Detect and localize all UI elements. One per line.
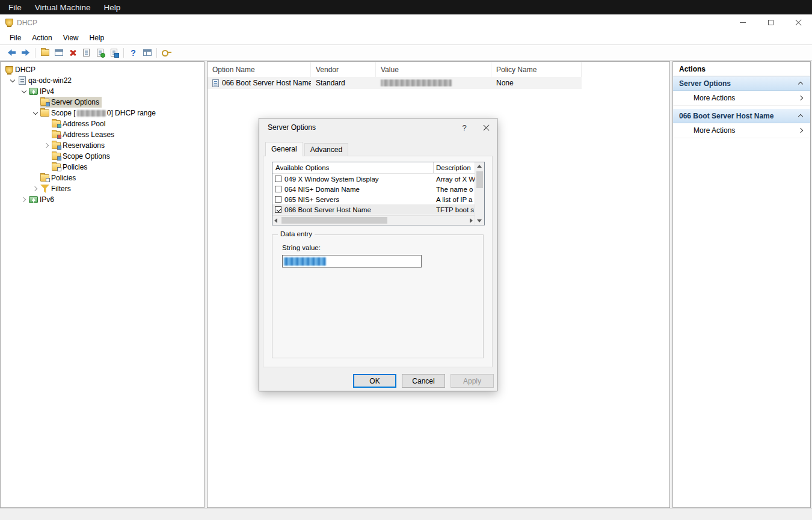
tree-item-ipv4[interactable]: IPv4 bbox=[1, 86, 204, 97]
vertical-scrollbar[interactable] bbox=[475, 162, 484, 225]
expander-spacer bbox=[42, 151, 52, 161]
refresh-icon[interactable] bbox=[93, 46, 107, 59]
checkbox-064[interactable] bbox=[275, 186, 281, 192]
checkbox-049[interactable] bbox=[275, 176, 281, 182]
close-icon bbox=[483, 124, 490, 131]
vm-menu-help[interactable]: Help bbox=[97, 0, 128, 14]
expander-spacer bbox=[31, 97, 40, 107]
show-hide-console-tree-icon[interactable] bbox=[140, 46, 154, 59]
tree-item-address-leases[interactable]: Address Leases bbox=[1, 129, 204, 140]
scope-folder-icon bbox=[40, 109, 49, 117]
delete-icon[interactable] bbox=[66, 46, 79, 59]
option-row-049[interactable]: 049 X Window System Display Array of X W bbox=[272, 174, 475, 184]
vertical-scroll-thumb[interactable] bbox=[476, 171, 483, 188]
tree-item-ipv4-policies[interactable]: Policies bbox=[1, 173, 204, 183]
expander-spacer bbox=[42, 162, 52, 172]
properties-icon[interactable] bbox=[79, 46, 93, 59]
tab-general[interactable]: General bbox=[265, 142, 303, 156]
string-value-input[interactable] bbox=[282, 255, 422, 268]
column-header-available-options[interactable]: Available Options bbox=[272, 162, 434, 173]
collapse-chevron-icon[interactable] bbox=[798, 82, 803, 87]
vm-menu-file[interactable]: File bbox=[0, 0, 28, 14]
expand-chevron-icon[interactable] bbox=[42, 141, 52, 150]
address-leases-icon bbox=[52, 131, 61, 138]
column-header-policy-name[interactable]: Policy Name bbox=[491, 62, 582, 77]
minimize-icon bbox=[740, 22, 746, 23]
expand-chevron-icon[interactable] bbox=[19, 195, 29, 204]
expander-spacer bbox=[42, 119, 52, 129]
expand-chevron-icon[interactable] bbox=[31, 108, 40, 118]
tree-item-scope[interactable]: Scope [0] DHCP range bbox=[1, 108, 204, 118]
forward-icon[interactable] bbox=[19, 46, 32, 59]
cancel-button[interactable]: Cancel bbox=[402, 374, 445, 388]
dhcp-console-icon bbox=[5, 66, 13, 74]
expand-chevron-icon[interactable] bbox=[31, 184, 40, 194]
actions-section-server-options[interactable]: Server Options bbox=[673, 76, 810, 91]
close-button[interactable] bbox=[784, 14, 812, 31]
menu-view[interactable]: View bbox=[58, 31, 84, 44]
back-icon[interactable] bbox=[5, 46, 19, 59]
tree-item-filters[interactable]: Filters bbox=[1, 183, 204, 194]
option-row-066[interactable]: 066 Boot Server Host Name TFTP boot s bbox=[272, 204, 475, 215]
horizontal-scrollbar[interactable] bbox=[272, 215, 475, 225]
dhcp-app-icon bbox=[5, 19, 13, 26]
list-header: Option Name Vendor Value Policy Name bbox=[208, 62, 669, 77]
minimize-button[interactable] bbox=[729, 14, 757, 31]
tree-item-server-options[interactable]: Server Options bbox=[1, 97, 204, 108]
tab-advanced[interactable]: Advanced bbox=[304, 143, 348, 156]
checkbox-065[interactable] bbox=[275, 196, 281, 203]
scope-options-icon bbox=[52, 153, 61, 160]
options-list-header: Available Options Description bbox=[272, 162, 475, 174]
checkbox-066[interactable] bbox=[275, 206, 281, 213]
expand-chevron-icon[interactable] bbox=[19, 87, 29, 96]
dhcp-tools-icon[interactable] bbox=[159, 46, 173, 59]
toolbar bbox=[0, 44, 812, 61]
console-window-icon[interactable] bbox=[52, 46, 66, 59]
dialog-close-button[interactable] bbox=[475, 118, 497, 136]
screen: File Virtual Machine Help DHCP File Acti… bbox=[0, 0, 812, 520]
scroll-left-icon[interactable] bbox=[274, 218, 277, 223]
collapse-chevron-icon[interactable] bbox=[798, 114, 803, 119]
maximize-button[interactable] bbox=[757, 14, 784, 31]
menu-help[interactable]: Help bbox=[84, 31, 110, 44]
dialog-help-button[interactable]: ? bbox=[454, 118, 475, 136]
actions-item-more-actions-1[interactable]: More Actions bbox=[673, 91, 810, 106]
vm-menu-virtual-machine[interactable]: Virtual Machine bbox=[28, 0, 97, 14]
menu-action[interactable]: Action bbox=[26, 31, 57, 44]
policies-icon bbox=[52, 164, 61, 171]
expander-spacer bbox=[31, 173, 40, 183]
actions-item-more-actions-2[interactable]: More Actions bbox=[673, 123, 810, 138]
dialog-titlebar: Server Options ? bbox=[259, 118, 497, 136]
tree-item-scope-options[interactable]: Scope Options bbox=[1, 151, 204, 162]
menu-file[interactable]: File bbox=[4, 31, 26, 44]
scroll-down-icon[interactable] bbox=[477, 219, 482, 222]
column-header-vendor[interactable]: Vendor bbox=[311, 62, 376, 77]
horizontal-scroll-thumb[interactable] bbox=[281, 217, 387, 224]
policy-name-cell: None bbox=[491, 79, 582, 87]
help-icon[interactable] bbox=[126, 46, 140, 59]
option-row-064[interactable]: 064 NIS+ Domain Name The name o bbox=[272, 184, 475, 194]
list-row-066-boot-server-host-name[interactable]: 066 Boot Server Host Name Standard None bbox=[208, 77, 582, 89]
tree-item-address-pool[interactable]: Address Pool bbox=[1, 118, 204, 129]
column-header-description[interactable]: Description bbox=[434, 162, 475, 173]
tree-item-dhcp-root[interactable]: DHCP bbox=[1, 64, 204, 75]
tree-item-scope-policies[interactable]: Policies bbox=[1, 162, 204, 173]
vendor-cell: Standard bbox=[311, 79, 376, 87]
ok-button[interactable]: OK bbox=[353, 374, 396, 388]
option-row-065[interactable]: 065 NIS+ Servers A list of IP a bbox=[272, 194, 475, 204]
window-controls bbox=[729, 14, 812, 31]
tree-item-reservations[interactable]: Reservations bbox=[1, 140, 204, 151]
tree-item-ipv6[interactable]: IPv6 bbox=[1, 194, 204, 205]
actions-section-066-boot-server-host-name[interactable]: 066 Boot Server Host Name bbox=[673, 109, 810, 123]
dialog-title: Server Options bbox=[268, 123, 316, 132]
up-one-level-icon[interactable] bbox=[38, 46, 52, 59]
apply-button[interactable]: Apply bbox=[451, 374, 494, 388]
export-list-icon[interactable] bbox=[107, 46, 121, 59]
tree-item-server-qa-odc-win22[interactable]: qa-odc-win22 bbox=[1, 75, 204, 86]
scroll-up-icon[interactable] bbox=[477, 165, 482, 168]
string-value-label: String value: bbox=[282, 244, 321, 251]
scroll-right-icon[interactable] bbox=[470, 218, 473, 223]
column-header-option-name[interactable]: Option Name bbox=[208, 62, 311, 77]
column-header-value[interactable]: Value bbox=[376, 62, 491, 77]
expand-chevron-icon[interactable] bbox=[8, 76, 17, 85]
